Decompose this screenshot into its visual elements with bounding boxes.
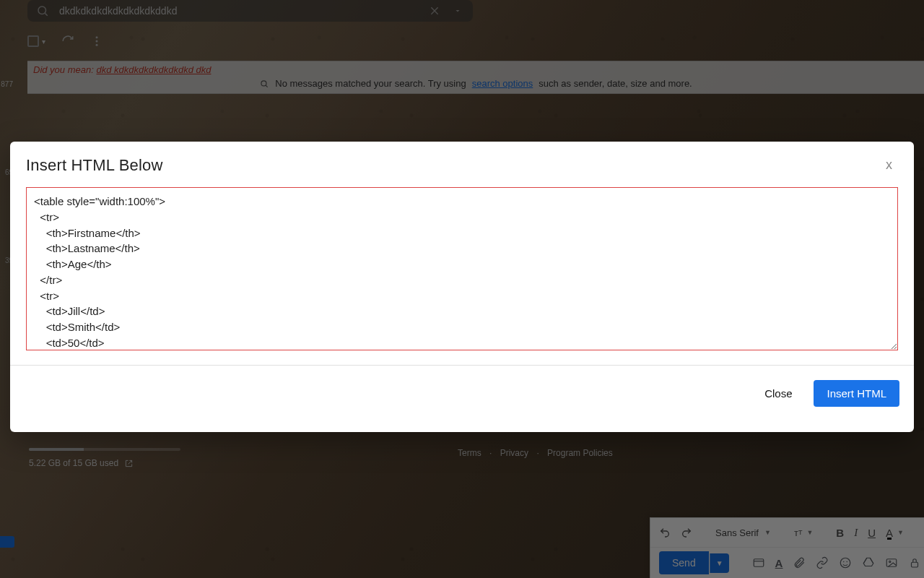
close-icon[interactable]: x (880, 155, 898, 176)
html-textarea[interactable] (26, 187, 898, 350)
insert-html-modal: Insert HTML Below x Close Insert HTML (10, 142, 914, 432)
modal-title: Insert HTML Below (26, 156, 163, 175)
insert-html-button[interactable]: Insert HTML (814, 380, 899, 407)
close-button[interactable]: Close (756, 380, 801, 407)
modal-footer: Close Insert HTML (10, 366, 914, 420)
modal-header: Insert HTML Below x (10, 142, 914, 184)
